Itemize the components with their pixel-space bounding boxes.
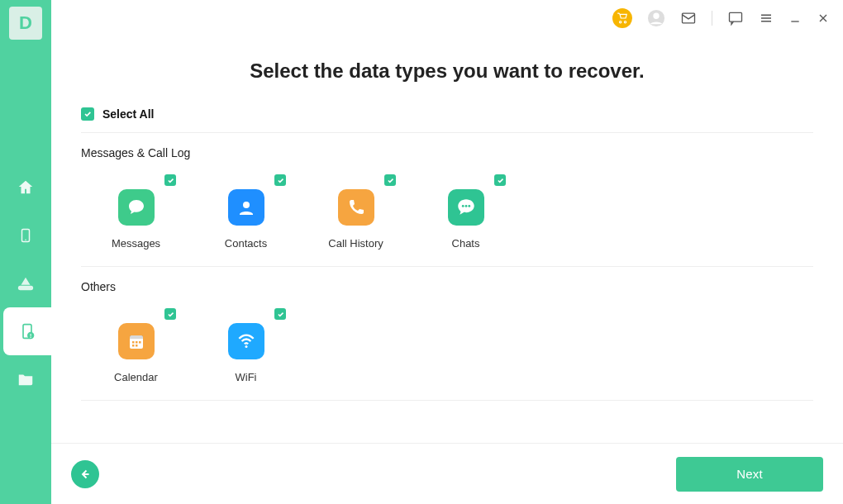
tile-label: Call History bbox=[328, 237, 383, 250]
sections-container: Messages & Call LogMessagesContactsCall … bbox=[81, 146, 813, 401]
mail-icon[interactable] bbox=[680, 10, 697, 26]
page-title: Select the data types you want to recove… bbox=[81, 59, 813, 83]
app-logo-letter: D bbox=[19, 12, 32, 34]
arrow-left-icon bbox=[78, 467, 93, 482]
tile-label: WiFi bbox=[236, 371, 257, 383]
svg-point-12 bbox=[468, 205, 470, 207]
sidebar-item-cloud[interactable] bbox=[0, 259, 51, 307]
svg-point-20 bbox=[245, 345, 247, 348]
back-button[interactable] bbox=[71, 460, 99, 488]
svg-rect-8 bbox=[730, 12, 742, 21]
device-alert-icon: ! bbox=[19, 322, 36, 340]
tile-row: CalendarWiFi bbox=[81, 298, 813, 401]
tile-checkbox[interactable] bbox=[494, 174, 506, 186]
sidebar-item-folder[interactable] bbox=[0, 355, 51, 403]
select-all-checkbox[interactable] bbox=[81, 107, 94, 121]
main-panel: Select the data types you want to recove… bbox=[51, 0, 843, 504]
app-logo: D bbox=[9, 7, 42, 40]
home-icon bbox=[17, 178, 35, 197]
tile-label: Chats bbox=[452, 237, 480, 250]
minimize-icon[interactable] bbox=[788, 12, 802, 25]
sidebar-item-phone[interactable] bbox=[0, 212, 51, 259]
data-type-tile[interactable]: Chats bbox=[411, 164, 521, 250]
svg-rect-16 bbox=[136, 341, 138, 344]
svg-rect-17 bbox=[139, 341, 141, 344]
select-all-row[interactable]: Select All bbox=[81, 107, 813, 133]
svg-point-9 bbox=[243, 202, 250, 208]
phone-device-icon bbox=[18, 226, 33, 245]
speech-bubble-icon bbox=[118, 189, 155, 226]
calendar-icon bbox=[118, 323, 155, 359]
tile-row: MessagesContactsCall HistoryChats bbox=[81, 164, 813, 267]
svg-point-6 bbox=[653, 13, 659, 19]
cloud-icon bbox=[17, 274, 35, 292]
tile-checkbox[interactable] bbox=[274, 308, 286, 320]
svg-rect-7 bbox=[683, 13, 695, 23]
svg-point-1 bbox=[25, 240, 26, 241]
cart-button[interactable] bbox=[612, 8, 632, 28]
close-icon[interactable] bbox=[817, 12, 830, 25]
user-icon[interactable] bbox=[647, 9, 665, 27]
tile-label: Messages bbox=[112, 237, 160, 250]
svg-rect-19 bbox=[136, 345, 138, 347]
section-title: Others bbox=[81, 280, 813, 293]
app-root: D ! Selec bbox=[0, 0, 843, 504]
svg-point-10 bbox=[461, 205, 464, 207]
data-type-tile[interactable]: WiFi bbox=[191, 298, 301, 383]
next-button[interactable]: Next bbox=[676, 457, 823, 492]
wifi-icon bbox=[228, 323, 264, 359]
user-icon bbox=[228, 189, 264, 226]
footer: Next bbox=[51, 443, 843, 504]
tile-checkbox[interactable] bbox=[164, 308, 176, 320]
tile-label: Calendar bbox=[114, 371, 158, 383]
topbar-divider bbox=[712, 11, 712, 26]
sidebar-item-home[interactable] bbox=[0, 164, 51, 212]
svg-point-11 bbox=[464, 205, 467, 207]
data-type-tile[interactable]: Contacts bbox=[191, 164, 301, 250]
content-area: Select the data types you want to recove… bbox=[51, 36, 843, 443]
data-type-tile[interactable]: Call History bbox=[301, 164, 411, 250]
tile-label: Contacts bbox=[225, 237, 267, 250]
tile-checkbox[interactable] bbox=[164, 174, 176, 186]
svg-text:!: ! bbox=[30, 333, 31, 339]
cart-icon bbox=[617, 12, 628, 24]
phone-icon bbox=[338, 189, 374, 226]
chat-dots-icon bbox=[448, 189, 484, 226]
sidebar-item-recover[interactable]: ! bbox=[3, 307, 51, 355]
section-title: Messages & Call Log bbox=[81, 146, 813, 159]
select-all-label: Select All bbox=[102, 107, 155, 121]
svg-rect-18 bbox=[132, 345, 135, 347]
topbar bbox=[51, 0, 843, 36]
data-type-tile[interactable]: Messages bbox=[81, 164, 191, 250]
svg-rect-14 bbox=[130, 335, 143, 339]
tile-checkbox[interactable] bbox=[274, 174, 286, 186]
feedback-icon[interactable] bbox=[727, 10, 744, 26]
folder-icon bbox=[17, 370, 35, 388]
sidebar: D ! bbox=[0, 0, 51, 504]
tile-checkbox[interactable] bbox=[384, 174, 396, 186]
data-type-tile[interactable]: Calendar bbox=[81, 298, 191, 383]
menu-icon[interactable] bbox=[759, 11, 774, 26]
svg-rect-15 bbox=[132, 341, 135, 344]
